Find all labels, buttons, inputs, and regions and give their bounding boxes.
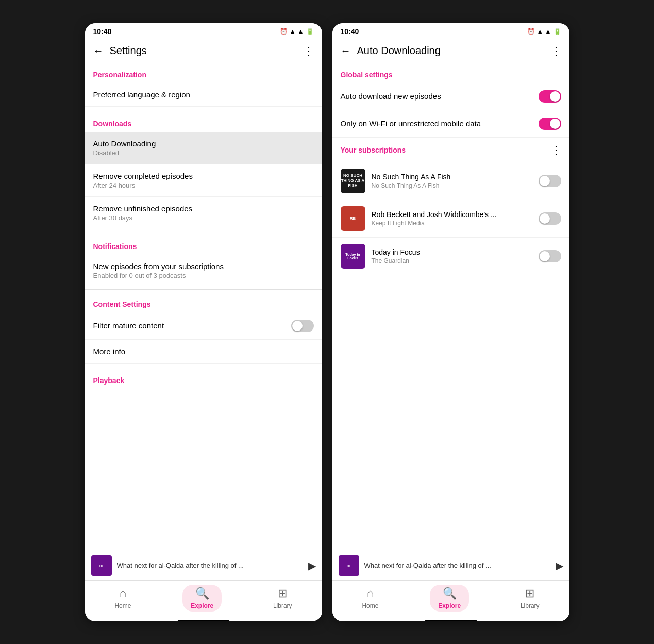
podcast-artwork-rob: RB [341, 206, 365, 231]
nav-library-1[interactable]: ⊞ Library [265, 585, 300, 612]
auto-download-toggle-item[interactable]: Auto download new episodes [332, 83, 569, 110]
auto-download-toggle[interactable] [539, 90, 561, 103]
status-time-2: 10:40 [341, 27, 359, 36]
section-notifications: Notifications [85, 234, 322, 255]
nav-library-2[interactable]: ⊞ Library [512, 585, 548, 612]
nav-explore-label-1: Explore [191, 602, 213, 609]
remove-unfinished-item[interactable]: Remove unfinished episodes After 30 days [85, 197, 322, 229]
top-bar-2: ← Auto Downloading ⋮ [332, 40, 569, 62]
nav-explore-1[interactable]: 🔍 Explore [182, 585, 222, 612]
podcast-name-rob: Rob Beckett and Josh Widdicombe's ... [372, 210, 532, 219]
podcast-artwork-focus: Today in Focus [341, 244, 365, 269]
home-icon-1: ⌂ [120, 587, 126, 600]
fish-toggle-knob [540, 176, 550, 186]
auto-download-knob [550, 91, 560, 102]
subscriptions-label: Your subscriptions [341, 146, 406, 154]
podcast-item-focus[interactable]: Today in Focus Today in Focus The Guardi… [332, 238, 569, 275]
wifi-only-knob [550, 119, 560, 129]
alarm-icon-2: ⏰ [527, 28, 535, 35]
wifi-only-toggle-item[interactable]: Only on Wi-Fi or unrestricted mobile dat… [332, 110, 569, 138]
rob-toggle-knob [540, 213, 550, 224]
more-menu-button-2[interactable]: ⋮ [551, 45, 561, 57]
explore-icon-2: 🔍 [443, 587, 457, 600]
rob-toggle[interactable] [539, 212, 561, 225]
focus-toggle[interactable] [539, 250, 561, 262]
auto-downloading-title: Auto Downloading [93, 139, 314, 148]
section-personalization: Personalization [85, 62, 322, 83]
remove-unfinished-title: Remove unfinished episodes [93, 204, 314, 213]
podcast-item-fish[interactable]: NO SUCH THING AS A FISH No Such Thing As… [332, 162, 569, 200]
remove-completed-subtitle: After 24 hours [93, 181, 314, 189]
screens-container: 10:40 ⏰ ▲ ▲ 🔋 ← Settings ⋮ Personalizati… [75, 13, 580, 632]
status-icons-2: ⏰ ▲ ▲ 🔋 [527, 28, 561, 35]
preferred-language-item[interactable]: Preferred language & region [85, 83, 322, 107]
podcast-author-focus: The Guardian [372, 257, 532, 265]
nav-indicator-1 [178, 620, 229, 621]
page-title-1: Settings [110, 45, 304, 57]
back-button-2[interactable]: ← [341, 45, 351, 57]
more-menu-button-1[interactable]: ⋮ [304, 45, 314, 57]
library-icon-1: ⊞ [278, 587, 287, 600]
auto-download-label: Auto download new episodes [341, 92, 539, 101]
podcast-name-fish: No Such Thing As A Fish [372, 173, 532, 181]
podcast-info-fish: No Such Thing As A Fish No Such Thing As… [372, 173, 532, 189]
bottom-nav-2: ⌂ Home 🔍 Explore ⊞ Library [332, 580, 569, 618]
battery-icon-2: 🔋 [554, 28, 561, 35]
player-thumb-2: TiF [339, 555, 359, 576]
top-bar-1: ← Settings ⋮ [85, 40, 322, 62]
fish-artwork-inner: NO SUCH THING AS A FISH [341, 169, 365, 193]
podcast-name-focus: Today in Focus [372, 248, 532, 256]
auto-downloading-subtitle: Disabled [93, 149, 314, 157]
status-icons-1: ⏰ ▲ ▲ 🔋 [280, 28, 314, 35]
remove-completed-item[interactable]: Remove completed episodes After 24 hours [85, 164, 322, 197]
player-thumb-1: TiF [91, 555, 112, 576]
more-info-title: More info [93, 347, 314, 356]
new-episodes-item[interactable]: New episodes from your subscriptions Ena… [85, 255, 322, 287]
back-button-1[interactable]: ← [93, 45, 104, 57]
auto-downloading-item[interactable]: Auto Downloading Disabled [85, 132, 322, 164]
player-play-button-2[interactable]: ▶ [556, 559, 563, 572]
remove-completed-title: Remove completed episodes [93, 172, 314, 180]
preferred-language-title: Preferred language & region [93, 90, 314, 99]
bottom-nav-1: ⌂ Home 🔍 Explore ⊞ Library [85, 580, 322, 618]
wifi-only-label: Only on Wi-Fi or unrestricted mobile dat… [341, 119, 539, 128]
wifi-only-toggle[interactable] [539, 118, 561, 130]
player-title-2: What next for al-Qaida after the killing… [364, 562, 550, 569]
nav-library-label-2: Library [521, 602, 540, 609]
player-artwork-2: TiF [339, 555, 359, 576]
podcast-author-rob: Keep It Light Media [372, 220, 532, 227]
nav-library-label-1: Library [273, 602, 292, 609]
nav-home-1[interactable]: ⌂ Home [106, 585, 139, 612]
player-bar-2: TiF What next for al-Qaida after the kil… [332, 551, 569, 580]
divider-4 [85, 366, 322, 366]
player-artwork-1: TiF [91, 555, 112, 576]
explore-icon-1: 🔍 [195, 587, 209, 600]
section-playback: Playback [85, 368, 322, 389]
podcast-info-focus: Today in Focus The Guardian [372, 248, 532, 265]
filter-mature-toggle[interactable] [291, 320, 314, 332]
focus-toggle-knob [540, 251, 550, 261]
battery-icon: 🔋 [306, 28, 314, 35]
filter-mature-knob [292, 321, 303, 331]
global-settings-header: Global settings [332, 62, 569, 83]
divider-3 [85, 289, 322, 290]
divider-1 [85, 109, 322, 109]
nav-home-label-2: Home [362, 602, 378, 609]
filter-mature-item[interactable]: Filter mature content [85, 312, 322, 340]
nav-home-2[interactable]: ⌂ Home [354, 585, 387, 612]
podcast-artwork-fish: NO SUCH THING AS A FISH [341, 169, 365, 193]
new-episodes-title: New episodes from your subscriptions [93, 262, 314, 271]
new-episodes-subtitle: Enabled for 0 out of 3 podcasts [93, 272, 314, 279]
player-title-1: What next for al-Qaida after the killing… [117, 562, 303, 569]
auto-download-content: Global settings Auto download new episod… [332, 62, 569, 551]
fish-toggle[interactable] [539, 175, 561, 187]
subscriptions-header: Your subscriptions ⋮ [332, 138, 569, 162]
wifi-icon: ▲ [290, 28, 296, 35]
podcast-author-fish: No Such Thing As A Fish [372, 182, 532, 189]
settings-screen: 10:40 ⏰ ▲ ▲ 🔋 ← Settings ⋮ Personalizati… [85, 23, 322, 621]
nav-explore-2[interactable]: 🔍 Explore [430, 585, 469, 612]
more-info-item[interactable]: More info [85, 340, 322, 364]
player-play-button-1[interactable]: ▶ [308, 559, 316, 572]
subscriptions-more-icon[interactable]: ⋮ [551, 144, 561, 156]
podcast-item-rob[interactable]: RB Rob Beckett and Josh Widdicombe's ...… [332, 200, 569, 238]
